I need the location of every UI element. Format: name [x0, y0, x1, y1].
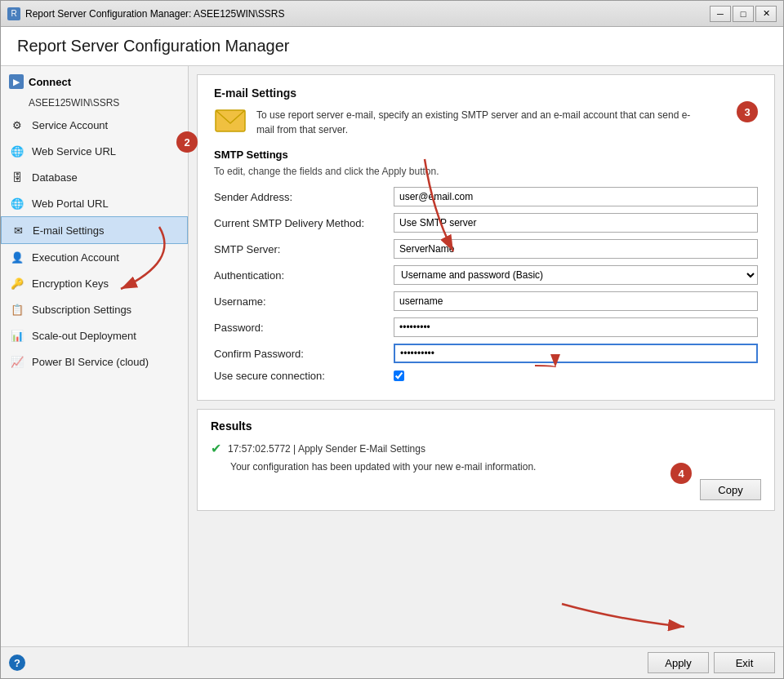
username-input[interactable] — [394, 291, 758, 311]
result-description: Your configuration has been updated with… — [211, 461, 761, 473]
info-text: To use report server e-mail, specify an … — [256, 108, 702, 137]
sidebar-item-subscription-settings[interactable]: 📋 Subscription Settings — [1, 296, 188, 322]
sidebar-item-service-account[interactable]: ⚙ Service Account — [1, 112, 188, 138]
info-box: To use report server e-mail, specify an … — [214, 108, 758, 137]
app-icon: R — [7, 7, 20, 20]
title-bar: R Report Server Configuration Manager: A… — [1, 1, 783, 27]
result-row: ✔ 17:57:02.5772 | Apply Sender E-Mail Se… — [211, 441, 761, 456]
bottom-bar: ? Apply Exit — [1, 646, 783, 678]
confirm-password-label: Confirm Password: — [214, 348, 385, 360]
authentication-row: Authentication: Username and password (B… — [214, 265, 758, 285]
smtp-server-label: SMTP Server: — [214, 243, 385, 255]
smtp-section-title: SMTP Settings — [214, 149, 758, 161]
results-title: Results — [211, 419, 761, 433]
result-timestamp: 17:57:02.5772 | Apply Sender E-Mail Sett… — [228, 443, 425, 455]
sidebar: ▶ Connect ASEE125WIN\SSRS ⚙ Service Acco… — [1, 66, 189, 646]
close-button[interactable]: ✕ — [755, 6, 777, 22]
secure-connection-row: Use secure connection: — [214, 370, 758, 382]
powerbi-icon: 📈 — [9, 353, 25, 370]
sidebar-item-power-bi[interactable]: 📈 Power BI Service (cloud) — [1, 348, 188, 375]
auth-label: Authentication: — [214, 269, 385, 282]
email-settings-icon: ✉ — [10, 222, 26, 238]
confirm-password-row: Confirm Password: — [214, 344, 758, 363]
help-area: ? — [9, 655, 643, 671]
server-name[interactable]: ASEE125WIN\SSRS — [1, 94, 188, 112]
app-header: Report Server Configuration Manager — [1, 27, 783, 66]
sidebar-item-execution-account[interactable]: 👤 Execution Account — [1, 244, 188, 270]
password-row: Password: — [214, 317, 758, 337]
service-account-icon: ⚙ — [9, 117, 25, 133]
password-label: Password: — [214, 322, 385, 334]
execution-account-icon: 👤 — [9, 249, 25, 265]
window-controls[interactable]: ─ □ ✕ — [710, 6, 777, 22]
email-settings-panel: E-mail Settings To use report server e-m… — [197, 74, 775, 401]
apply-button[interactable]: Apply — [648, 652, 709, 673]
smtp-server-row: SMTP Server: — [214, 239, 758, 259]
copy-button[interactable]: Copy — [700, 479, 761, 500]
sender-address-input[interactable] — [394, 187, 758, 206]
encryption-keys-icon: 🔑 — [9, 275, 25, 291]
sidebar-item-encryption-keys[interactable]: 🔑 Encryption Keys — [1, 270, 188, 296]
secure-connection-label: Use secure connection: — [214, 370, 385, 382]
scaleout-icon: 📊 — [9, 327, 25, 344]
web-service-icon: 🌐 — [9, 143, 25, 159]
annotation-3: 3 — [737, 101, 758, 122]
maximize-button[interactable]: □ — [733, 6, 754, 22]
sidebar-item-scale-out[interactable]: 📊 Scale-out Deployment — [1, 322, 188, 348]
smtp-delivery-row: Current SMTP Delivery Method: — [214, 213, 758, 233]
help-button[interactable]: ? — [9, 655, 25, 671]
sidebar-item-web-portal-url[interactable]: 🌐 Web Portal URL — [1, 190, 188, 216]
connect-icon: ▶ — [9, 74, 24, 89]
password-input[interactable] — [394, 317, 758, 337]
secure-connection-checkbox[interactable] — [394, 371, 404, 381]
confirm-password-input[interactable] — [394, 344, 758, 363]
database-icon: 🗄 — [9, 169, 25, 185]
exit-button[interactable]: Exit — [714, 652, 775, 673]
web-portal-icon: 🌐 — [9, 195, 25, 211]
email-envelope-icon — [214, 108, 247, 134]
smtp-delivery-label: Current SMTP Delivery Method: — [214, 217, 385, 229]
smtp-note: To edit, change the fields and click the… — [214, 166, 758, 177]
copy-row: 4 Copy — [211, 479, 761, 500]
subscription-icon: 📋 — [9, 301, 25, 317]
content-area: E-mail Settings To use report server e-m… — [189, 66, 783, 646]
username-row: Username: — [214, 291, 758, 311]
smtp-delivery-input[interactable] — [394, 213, 758, 233]
results-panel: Results ✔ 17:57:02.5772 | Apply Sender E… — [197, 409, 775, 511]
minimize-button[interactable]: ─ — [710, 6, 731, 22]
title-bar-text: Report Server Configuration Manager: ASE… — [25, 8, 710, 20]
sidebar-item-database[interactable]: 🗄 Database — [1, 164, 188, 190]
sidebar-item-web-service-url[interactable]: 🌐 Web Service URL 2 — [1, 138, 188, 164]
success-icon: ✔ — [211, 441, 221, 456]
auth-select[interactable]: Username and password (Basic) No authent… — [394, 265, 758, 285]
sender-address-label: Sender Address: — [214, 191, 385, 203]
connect-header: ▶ Connect — [1, 69, 188, 94]
sender-address-row: Sender Address: — [214, 187, 758, 206]
panel-title: E-mail Settings — [214, 87, 758, 100]
sidebar-item-email-settings[interactable]: ✉ E-mail Settings — [1, 216, 188, 244]
app-title: Report Server Configuration Manager — [17, 37, 290, 55]
username-label: Username: — [214, 295, 385, 308]
smtp-server-input[interactable] — [394, 239, 758, 259]
